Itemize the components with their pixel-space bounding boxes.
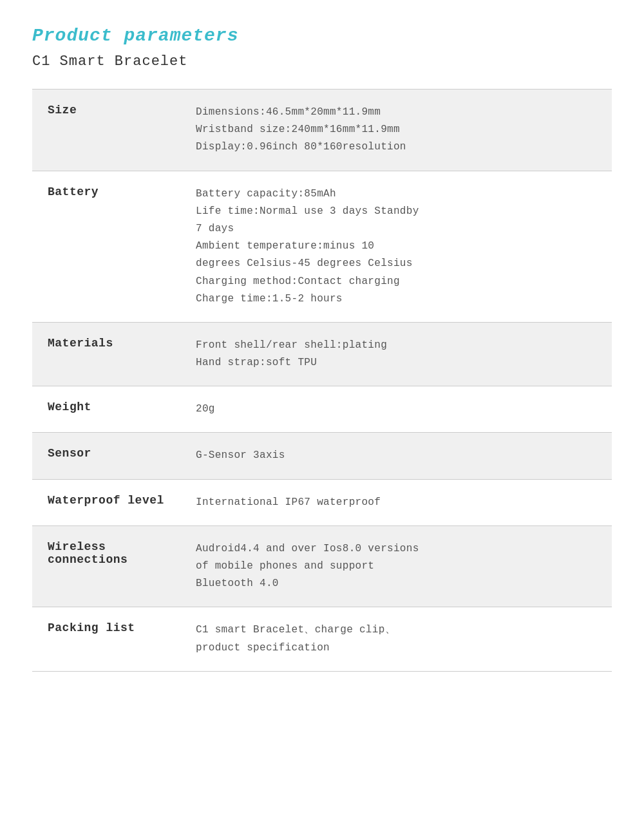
spec-label: Weight [32, 386, 180, 433]
spec-value: C1 smart Bracelet、charge clip、 product s… [180, 607, 612, 671]
spec-value: G-Sensor 3axis [180, 433, 612, 479]
spec-value: International IP67 waterproof [180, 479, 612, 525]
spec-value: Front shell/rear shell:plating Hand stra… [180, 322, 612, 386]
spec-value: Dimensions:46.5mm*20mm*11.9mm Wristband … [180, 90, 612, 171]
product-subtitle: C1 Smart Bracelet [32, 53, 612, 70]
page-title: Product parameters [32, 26, 612, 46]
table-row: Packing listC1 smart Bracelet、charge cli… [32, 607, 612, 671]
spec-label: Materials [32, 322, 180, 386]
specs-table: SizeDimensions:46.5mm*20mm*11.9mm Wristb… [32, 89, 612, 672]
table-row: BatteryBattery capacity:85mAh Life time:… [32, 171, 612, 322]
spec-label: Packing list [32, 607, 180, 671]
spec-value: 20g [180, 386, 612, 433]
spec-value: Battery capacity:85mAh Life time:Normal … [180, 171, 612, 322]
spec-label: Size [32, 90, 180, 171]
table-row: Weight20g [32, 386, 612, 433]
table-row: SensorG-Sensor 3axis [32, 433, 612, 479]
table-row: SizeDimensions:46.5mm*20mm*11.9mm Wristb… [32, 90, 612, 171]
spec-label: Sensor [32, 433, 180, 479]
spec-label: Waterproof level [32, 479, 180, 525]
table-row: MaterialsFront shell/rear shell:plating … [32, 322, 612, 386]
spec-value: Audroid4.4 and over Ios8.0 versions of m… [180, 525, 612, 607]
table-row: Waterproof levelInternational IP67 water… [32, 479, 612, 525]
table-row: Wireless connectionsAudroid4.4 and over … [32, 525, 612, 607]
spec-label: Battery [32, 171, 180, 322]
spec-label: Wireless connections [32, 525, 180, 607]
